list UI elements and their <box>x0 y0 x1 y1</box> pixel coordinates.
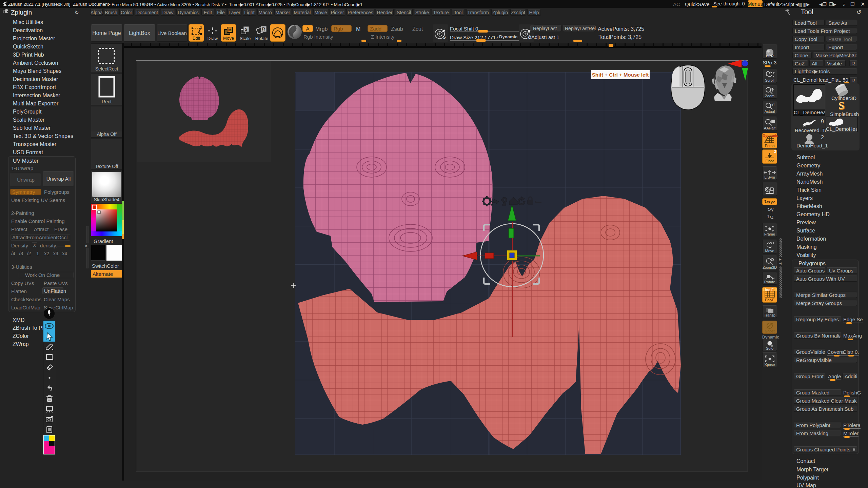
svg-text:x1: x1 <box>771 103 775 107</box>
svg-text:R: R <box>262 26 265 32</box>
svg-text:D: D <box>528 35 531 40</box>
svg-text:S: S <box>839 100 844 111</box>
svg-text:S: S <box>245 27 248 32</box>
svg-text:S: S <box>443 35 446 40</box>
svg-text:M: M <box>228 28 232 33</box>
